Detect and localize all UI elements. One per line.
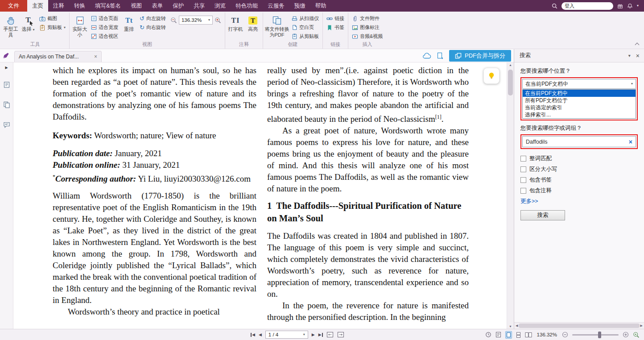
- chevron-down-icon[interactable]: ▾: [637, 4, 639, 8]
- next-view-icon[interactable]: [337, 332, 344, 338]
- page-number-combo[interactable]: 1 / 4 ▾: [265, 331, 308, 339]
- rotate-left-button[interactable]: ↺ 向左旋转: [140, 15, 166, 22]
- file-attachment-button[interactable]: 文件附件: [352, 15, 383, 22]
- rotate-right-button[interactable]: ↻ 向右旋转: [140, 24, 166, 31]
- document-tab[interactable]: An Analysis on The Daf... ×: [14, 51, 102, 62]
- include-comments-checkbox[interactable]: [520, 188, 526, 194]
- bell-icon[interactable]: [627, 3, 633, 9]
- menu-tab-protect[interactable]: 保护: [168, 0, 189, 12]
- menu-tab-home[interactable]: 主页: [27, 0, 48, 12]
- search-location-option[interactable]: 选择索引...: [523, 111, 636, 118]
- zoom-in-button[interactable]: [623, 332, 629, 338]
- menu-tab-convert[interactable]: 转换: [69, 0, 90, 12]
- select-tool-button[interactable]: T 选择 ▾: [19, 12, 37, 32]
- clipboard-button[interactable]: 剪贴板 ▾: [39, 24, 66, 31]
- menu-tab-share[interactable]: 共享: [189, 0, 210, 12]
- search-location-combo[interactable]: 在当前PDF文档中 ▾: [522, 79, 636, 89]
- first-page-button[interactable]: ◀: [251, 333, 255, 337]
- zoom-slider[interactable]: [572, 334, 619, 336]
- clear-search-icon[interactable]: ×: [629, 139, 632, 145]
- blank-page-button[interactable]: 空白页: [292, 24, 319, 31]
- menu-tab-promo[interactable]: 预缴: [289, 0, 310, 12]
- search-button[interactable]: 搜索: [520, 210, 565, 220]
- close-tab-icon[interactable]: ×: [94, 54, 97, 60]
- document-scrollbar[interactable]: ▲ ▼: [507, 62, 514, 329]
- fit-visible-button[interactable]: 适合视区: [91, 33, 118, 40]
- image-annotation-button[interactable]: 图像标注: [352, 24, 383, 31]
- from-scanner-button[interactable]: 从扫描仪: [292, 15, 319, 22]
- continuous-view-icon[interactable]: [516, 332, 521, 338]
- bookmarks-panel-button[interactable]: [3, 81, 10, 90]
- scroll-up-icon[interactable]: ▲: [509, 63, 512, 66]
- quick-search-box[interactable]: [561, 2, 613, 10]
- assistant-bulb-button[interactable]: [483, 68, 500, 84]
- case-sensitive-checkbox[interactable]: [520, 166, 526, 172]
- zoom-in-icon[interactable]: [215, 17, 221, 24]
- zoom-slider-thumb[interactable]: [598, 332, 601, 338]
- menu-tab-fill-sign[interactable]: 填写&签名: [90, 0, 126, 12]
- whole-words-checkbox[interactable]: [520, 156, 526, 162]
- bookmark-button[interactable]: 书签: [326, 24, 344, 31]
- expand-panel-icon[interactable]: ▶: [5, 66, 8, 70]
- menu-tab-view[interactable]: 视图: [126, 0, 147, 12]
- notes-icon[interactable]: [495, 332, 501, 338]
- scrollbar-thumb[interactable]: [519, 323, 639, 328]
- search-query-input[interactable]: [526, 139, 629, 145]
- reflow-button[interactable]: Tt 重排: [120, 12, 137, 32]
- highlight-button[interactable]: T 高亮: [244, 12, 261, 32]
- app-logo-icon[interactable]: [2, 52, 10, 60]
- previous-page-button[interactable]: ◀: [259, 333, 262, 337]
- more-options-link[interactable]: 更多>>: [520, 198, 538, 205]
- pages-panel-button[interactable]: [3, 101, 10, 110]
- menu-tab-browse[interactable]: 浏览: [210, 0, 231, 12]
- link-button[interactable]: 链接: [326, 15, 344, 22]
- include-bookmarks-checkbox[interactable]: [520, 177, 526, 183]
- fit-page-button[interactable]: 适合页面: [91, 15, 118, 22]
- last-page-button[interactable]: ▶: [318, 333, 323, 337]
- scrollbar-thumb[interactable]: [508, 70, 513, 95]
- snapshot-button[interactable]: 截图: [39, 15, 66, 22]
- fit-width-button[interactable]: 适合宽度: [91, 24, 118, 31]
- convert-to-pdf-button[interactable]: 将文件转换为PDF: [264, 12, 289, 38]
- share-document-icon[interactable]: [437, 52, 444, 59]
- previous-view-icon[interactable]: [326, 332, 334, 338]
- menu-tab-cloud[interactable]: 云服务: [263, 0, 289, 12]
- publication-block: Publication date: January, 2021 Publicat…: [53, 148, 256, 185]
- comments-panel-button[interactable]: [3, 121, 10, 130]
- hand-tool-button[interactable]: 手型工具: [2, 12, 19, 38]
- document-page[interactable]: which he explores its impact on human’s …: [13, 62, 507, 329]
- panel-horizontal-scrollbar[interactable]: ◀ ▶: [514, 322, 644, 329]
- menu-tab-form[interactable]: 表单: [147, 0, 168, 12]
- audio-video-button[interactable]: 音频&视频: [352, 33, 383, 40]
- scroll-left-icon[interactable]: ◀: [516, 324, 518, 328]
- search-location-option[interactable]: 所有PDF文档位于: [523, 97, 636, 104]
- cloud-upload-icon[interactable]: [422, 52, 431, 59]
- actual-size-button[interactable]: 实际大小: [71, 12, 89, 38]
- zoom-out-icon[interactable]: [170, 17, 177, 24]
- facing-pages-icon[interactable]: [525, 332, 532, 338]
- marquee-zoom-icon[interactable]: [633, 332, 640, 338]
- close-panel-icon[interactable]: ×: [636, 52, 640, 59]
- typewriter-button[interactable]: TI 打字机: [227, 12, 244, 32]
- menu-tab-comment[interactable]: 注释: [48, 0, 69, 12]
- menu-tab-features[interactable]: 特色功能: [231, 0, 263, 12]
- collapse-ribbon-button[interactable]: [634, 42, 640, 47]
- scroll-down-icon[interactable]: ▼: [509, 325, 512, 328]
- zoom-level-combo[interactable]: 136.32% ▾: [179, 16, 213, 25]
- menu-tab-file[interactable]: 文件: [0, 0, 27, 12]
- clock-icon[interactable]: [485, 332, 491, 338]
- menu-tab-help[interactable]: 帮助: [310, 0, 331, 12]
- search-location-option[interactable]: 当前选定的索引: [523, 104, 636, 111]
- from-clipboard-button[interactable]: 从剪贴板: [292, 33, 319, 40]
- next-page-button[interactable]: ▶: [312, 333, 315, 337]
- gift-icon[interactable]: [617, 3, 623, 9]
- scroll-right-icon[interactable]: ▶: [640, 324, 643, 328]
- quick-search-input[interactable]: [565, 3, 600, 8]
- single-page-view-button[interactable]: [505, 331, 512, 339]
- panel-menu-icon[interactable]: ▾: [628, 54, 631, 58]
- pdf-merge-split-button[interactable]: PDF合并与拆分: [449, 50, 511, 62]
- search-location-option[interactable]: 在当前PDF文档中: [523, 90, 636, 97]
- rotate-left-icon: ↺: [140, 16, 144, 21]
- zoom-out-button[interactable]: [562, 332, 568, 338]
- highlight-box-location: 在当前PDF文档中 ▾ 在当前PDF文档中 所有PDF文档位于 当前选定的索引 …: [520, 77, 638, 120]
